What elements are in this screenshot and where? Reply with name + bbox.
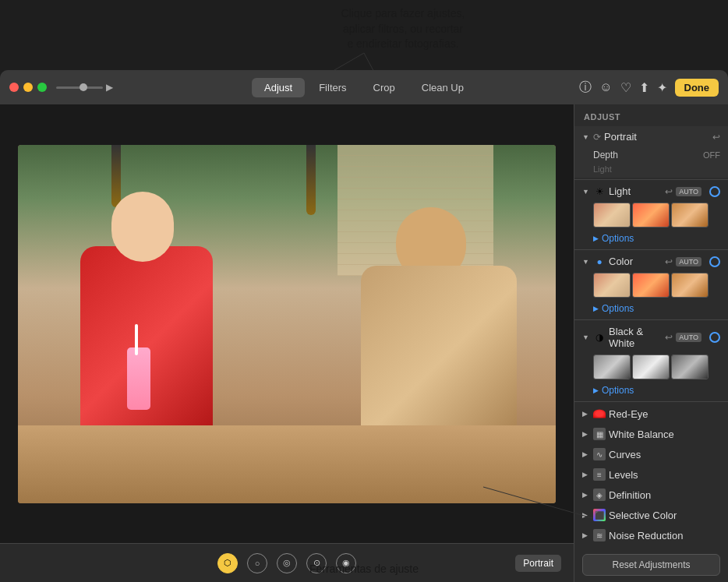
info-icon[interactable]: ⓘ	[579, 79, 592, 96]
tab-crop[interactable]: Crop	[361, 78, 408, 97]
color-section: ▼ ● Color ↩ AUTO ▶ Options	[574, 252, 728, 318]
redeye-row[interactable]: ▶ Red-Eye	[574, 404, 728, 424]
svg-line-0	[281, 53, 364, 70]
color-options-chevron-icon: ▶	[593, 305, 599, 312]
tab-cleanup[interactable]: Clean Up	[409, 78, 476, 97]
light-section: ▼ ☀ Light ↩ AUTO ▶ Options	[574, 182, 728, 248]
pendant-right	[306, 145, 316, 215]
definition-row[interactable]: ▶ ◈ Definition	[574, 485, 728, 505]
curves-row[interactable]: ▶ ∿ Curves	[574, 444, 728, 464]
portrait-depth-row: Depth OFF	[574, 147, 728, 163]
panel-scroll-area[interactable]: ▼ ⟳ Portrait ↩ Depth OFF Light ▼	[574, 126, 728, 548]
selectivecolor-label: Selective Color	[609, 510, 677, 521]
bottom-annotation-text: Ferramentas de ajuste	[309, 563, 419, 575]
traffic-lights	[9, 83, 47, 92]
milkshake	[127, 347, 150, 410]
portrait-clock-icon: ⟳	[593, 132, 601, 143]
redeye-label: Red-Eye	[609, 408, 648, 420]
zoom-slider-thumb[interactable]	[80, 83, 87, 91]
light-thumb-3[interactable]	[671, 203, 709, 228]
light-options-chevron-icon: ▶	[593, 235, 599, 242]
tab-adjust[interactable]: Adjust	[252, 78, 305, 97]
person-right	[353, 207, 525, 457]
tab-filters[interactable]: Filters	[306, 78, 359, 97]
color-undo-icon[interactable]: ↩	[665, 256, 673, 267]
light-thumb-img-3	[672, 203, 708, 227]
bw-thumb-img-2	[633, 355, 669, 379]
bottom-annotation: Ferramentas de ajuste	[0, 562, 728, 576]
color-options-label: Options	[602, 303, 634, 314]
bw-thumb-2[interactable]	[632, 354, 670, 379]
definition-label: Definition	[609, 489, 651, 501]
bw-thumb-img-1	[594, 355, 630, 379]
whitebalance-chevron-icon: ▶	[582, 430, 590, 438]
color-chevron-icon: ▼	[582, 258, 590, 266]
noisereduction-chevron-icon: ▶	[582, 531, 590, 539]
svg-line-1	[364, 53, 390, 70]
bw-section: ▼ ◑ Black & White ↩ AUTO ▶ Optio	[574, 322, 728, 400]
whitebalance-row[interactable]: ▶ ▦ White Balance	[574, 424, 728, 444]
color-thumb-3[interactable]	[671, 273, 709, 298]
noisereduction-row[interactable]: ▶ ≋ Noise Reduction	[574, 525, 728, 545]
bw-circle-icon: ◑	[593, 332, 606, 343]
light-undo-icon[interactable]: ↩	[665, 186, 673, 197]
person-left	[65, 192, 236, 457]
light-section-label: Light	[609, 185, 662, 197]
curves-icon: ∿	[593, 448, 606, 460]
bw-thumb-strip	[574, 353, 728, 383]
color-toggle-circle[interactable]	[709, 256, 720, 267]
light-toggle-circle[interactable]	[709, 186, 720, 197]
redeye-icon	[593, 409, 606, 418]
face-icon[interactable]: ☺	[599, 80, 612, 94]
main-content: ⬡ ○ ◎ ⊙ ◉ Portrait ADJUST	[0, 104, 728, 582]
color-options-row[interactable]: ▶ Options	[574, 301, 728, 318]
redeye-chevron-icon: ▶	[582, 410, 590, 418]
bw-toggle-circle[interactable]	[709, 332, 720, 343]
portrait-chevron-icon: ▼	[582, 133, 590, 141]
bw-thumb-img-3	[672, 355, 708, 379]
color-thumb-1[interactable]	[593, 273, 631, 298]
bw-chevron-icon: ▼	[582, 333, 590, 341]
light-options-row[interactable]: ▶ Options	[574, 231, 728, 248]
bw-thumb-1[interactable]	[593, 354, 631, 379]
divider-2	[574, 249, 728, 250]
bw-undo-icon[interactable]: ↩	[665, 332, 673, 343]
portrait-undo-icon[interactable]: ↩	[712, 132, 720, 143]
maximize-button[interactable]	[37, 83, 47, 92]
color-section-header[interactable]: ▼ ● Color ↩ AUTO	[574, 252, 728, 271]
titlebar-actions: ⓘ ☺ ♡ ⬆ ✦ Done	[579, 79, 719, 97]
whitebalance-label: White Balance	[609, 429, 674, 440]
minimize-button[interactable]	[23, 83, 33, 92]
color-thumb-img-2	[633, 273, 669, 297]
zoom-arrow-icon: ▶	[106, 82, 113, 93]
done-button[interactable]: Done	[675, 79, 719, 97]
color-thumb-img-1	[594, 273, 630, 297]
color-auto-badge: AUTO	[676, 257, 701, 266]
color-thumb-strip	[574, 271, 728, 301]
portrait-section-header[interactable]: ▼ ⟳ Portrait ↩	[574, 126, 728, 147]
photo-area: ⬡ ○ ◎ ⊙ ◉ Portrait	[0, 104, 574, 582]
light-section-header[interactable]: ▼ ☀ Light ↩ AUTO	[574, 182, 728, 201]
bw-thumb-3[interactable]	[671, 354, 709, 379]
selectivecolor-row[interactable]: ▶ ⬛ Selective Color	[574, 505, 728, 525]
close-button[interactable]	[9, 83, 19, 92]
selectivecolor-chevron-icon: ▶	[582, 511, 590, 519]
light-thumb-1[interactable]	[593, 203, 631, 228]
light-auto-badge: AUTO	[676, 187, 701, 196]
tab-bar: Adjust Filters Crop Clean Up	[252, 78, 476, 97]
bw-options-row[interactable]: ▶ Options	[574, 383, 728, 400]
light-thumb-2[interactable]	[632, 203, 670, 228]
magic-icon[interactable]: ✦	[657, 80, 667, 95]
share-icon[interactable]: ⬆	[639, 80, 649, 95]
bw-section-header[interactable]: ▼ ◑ Black & White ↩ AUTO	[574, 322, 728, 353]
definition-icon: ◈	[593, 489, 606, 501]
portrait-section-label: Portrait	[604, 131, 709, 143]
color-thumb-2[interactable]	[632, 273, 670, 298]
light-thumb-img-2	[633, 203, 669, 227]
divider-3	[574, 319, 728, 320]
levels-row[interactable]: ▶ ≡ Levels	[574, 464, 728, 485]
bw-section-label: Black & White	[609, 326, 662, 349]
heart-icon[interactable]: ♡	[620, 80, 631, 95]
head-left	[111, 192, 174, 262]
panel-header: ADJUST	[574, 104, 728, 126]
